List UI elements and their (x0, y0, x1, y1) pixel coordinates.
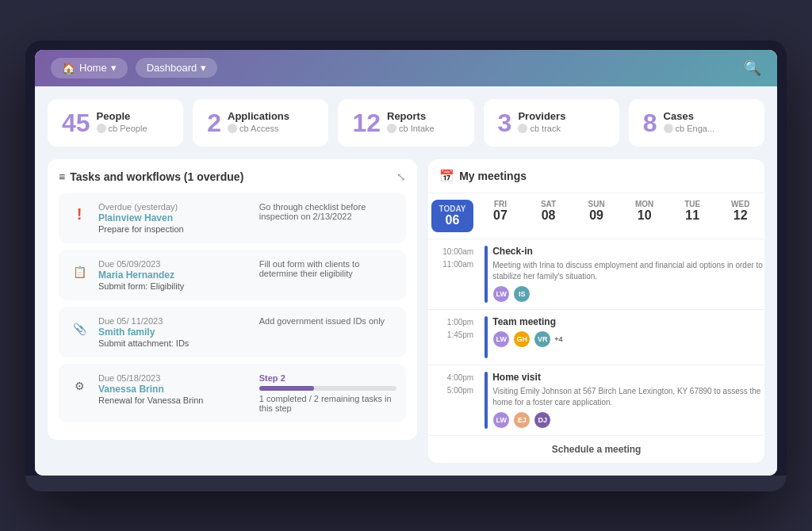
task-name[interactable]: Plainview Haven (98, 212, 251, 223)
avatar: LW (492, 330, 510, 348)
dashboard-label: Dashboard (147, 62, 197, 74)
slot-desc: Visiting Emily Johnson at 567 Birch Lane… (492, 386, 764, 408)
avatar: DJ (534, 411, 551, 429)
task-desc: Submit form: Eligibility (98, 281, 251, 291)
avatars-group: LWEJDJ (492, 411, 764, 429)
cb-icon (387, 124, 396, 133)
task-body: Overdue (yesterday) Plainview Haven Prep… (98, 202, 251, 234)
home-label: Home (79, 62, 107, 74)
task-icon: 📋 (68, 261, 90, 283)
progress-bar-wrap (259, 386, 396, 391)
progress-bar-fill (259, 386, 314, 391)
task-due: Overdue (yesterday) (98, 202, 251, 212)
cal-day-10[interactable]: MON 10 (620, 193, 668, 239)
cal-day-07[interactable]: FRI 07 (477, 193, 525, 239)
tasks-panel-header: ≡ Tasks and workflows (1 overdue) ⤡ (59, 170, 406, 183)
schedule-meeting-button[interactable]: Schedule a meeting (428, 435, 764, 463)
screen: 🏠 Home ▾ Dashboard ▾ 🔍 45 Peo (35, 50, 777, 476)
avatar: IS (513, 285, 530, 303)
main-content: 45 People cb People 2 Applications cb Ac… (35, 86, 777, 476)
two-col-layout: ≡ Tasks and workflows (1 overdue) ⤡ ! Ov… (48, 159, 764, 463)
task-body: Due 05/09/2023 Maria Hernandez Submit fo… (98, 259, 251, 291)
stat-sub: cb Access (228, 124, 289, 133)
slot-content: Check-in Meeting with Irina to discuss e… (492, 246, 764, 303)
meetings-title: My meetings (459, 170, 527, 182)
dashboard-nav-button[interactable]: Dashboard ▾ (136, 58, 218, 78)
slot-end: 1:45pm (435, 329, 473, 342)
task-item: 📎 Due 05/ 11/2023 Smith family Submit at… (59, 307, 406, 357)
day-number: 12 (719, 208, 761, 223)
task-due: Due 05/ 11/2023 (98, 316, 251, 326)
stat-number: 45 (62, 110, 90, 136)
search-button[interactable]: 🔍 (744, 59, 761, 77)
stat-header: 2 Applications cb Access (207, 110, 314, 136)
task-right: Step 2 1 completed / 2 remaining tasks i… (259, 373, 396, 413)
slot-name: Check-in (492, 246, 764, 257)
stat-card-reports[interactable]: 12 Reports cb Intake (338, 99, 473, 147)
day-number: 11 (672, 208, 714, 223)
avatar: VR (534, 330, 551, 348)
stat-label: Applications (228, 110, 289, 122)
task-right-text: Go through checklist before inspection o… (259, 202, 366, 221)
cal-day-12[interactable]: WED 12 (716, 193, 764, 239)
step-link[interactable]: Step 2 (259, 373, 396, 383)
stat-header: 3 Providers cb track (498, 110, 605, 136)
day-number: 06 (435, 213, 470, 227)
day-label: TODAY (439, 204, 466, 213)
stat-card-providers[interactable]: 3 Providers cb track (484, 99, 619, 147)
tasks-title-text: Tasks and workflows (1 overdue) (70, 170, 243, 183)
task-desc: Renewal for Vanessa Brinn (98, 395, 251, 405)
cb-icon (228, 124, 237, 133)
home-nav-button[interactable]: 🏠 Home ▾ (51, 58, 128, 78)
tasks-panel-title: ≡ Tasks and workflows (1 overdue) (59, 170, 243, 183)
stat-sub: cb Enga... (664, 124, 715, 133)
stat-number: 3 (498, 110, 512, 136)
home-chevron-icon: ▾ (111, 62, 117, 74)
cb-icon (518, 124, 527, 133)
avatar-more: +4 (554, 335, 562, 343)
task-item: ⚙ Due 05/18/2023 Vanessa Brinn Renewal f… (59, 364, 406, 422)
stat-header: 45 People cb People (62, 110, 169, 136)
dashboard-chevron-icon: ▾ (201, 62, 206, 74)
stat-card-cases[interactable]: 8 Cases cb Enga... (629, 99, 764, 147)
day-label: TUE (672, 200, 714, 208)
cal-day-11[interactable]: TUE 11 (668, 193, 717, 239)
avatar: LW (492, 411, 510, 429)
cal-day-06[interactable]: TODAY 06 (428, 193, 477, 239)
stat-card-people[interactable]: 45 People cb People (48, 99, 183, 147)
task-right: Fill out form with clients to determine … (259, 259, 396, 278)
day-label: MON (623, 200, 665, 208)
slot-name: Home visit (492, 372, 764, 383)
stat-label: Reports (387, 110, 435, 122)
meetings-header: 📅 My meetings (428, 159, 764, 193)
day-number: 07 (480, 208, 522, 223)
tasks-icon: ≡ (59, 170, 65, 183)
avatar: GH (513, 330, 530, 348)
task-body: Due 05/18/2023 Vanessa Brinn Renewal for… (98, 373, 251, 405)
day-number: 09 (576, 208, 618, 223)
cal-day-08[interactable]: SAT 08 (524, 193, 573, 239)
task-name[interactable]: Maria Hernandez (98, 269, 251, 281)
slot-end: 5:00pm (435, 384, 473, 397)
task-right: Go through checklist before inspection o… (259, 202, 396, 221)
expand-icon[interactable]: ⤡ (396, 170, 406, 183)
task-body: Due 05/ 11/2023 Smith family Submit atta… (98, 316, 251, 348)
stat-card-applications[interactable]: 2 Applications cb Access (193, 99, 328, 147)
slot-bar (485, 246, 488, 303)
task-item: ! Overdue (yesterday) Plainview Haven Pr… (59, 193, 406, 243)
task-name[interactable]: Smith family (98, 327, 251, 338)
laptop-frame: 🏠 Home ▾ Dashboard ▾ 🔍 45 Peo (25, 40, 787, 491)
meetings-panel: 📅 My meetings TODAY 06 FRI 07 SAT 08 SUN… (428, 159, 764, 463)
stat-number: 8 (643, 110, 657, 136)
task-right-text: 1 completed / 2 remaining tasks in this … (259, 394, 392, 413)
today-highlight: TODAY 06 (431, 200, 473, 232)
task-right-text: Fill out form with clients to determine … (259, 259, 360, 278)
stat-label: Cases (664, 110, 715, 122)
slot-bar (485, 316, 488, 358)
task-item: 📋 Due 05/09/2023 Maria Hernandez Submit … (59, 250, 406, 300)
task-due: Due 05/18/2023 (98, 373, 251, 383)
slot-times: 4:00pm 5:00pm (428, 372, 480, 429)
laptop-base (25, 476, 787, 491)
task-name[interactable]: Vanessa Brinn (98, 384, 251, 395)
cal-day-09[interactable]: SUN 09 (573, 193, 621, 239)
